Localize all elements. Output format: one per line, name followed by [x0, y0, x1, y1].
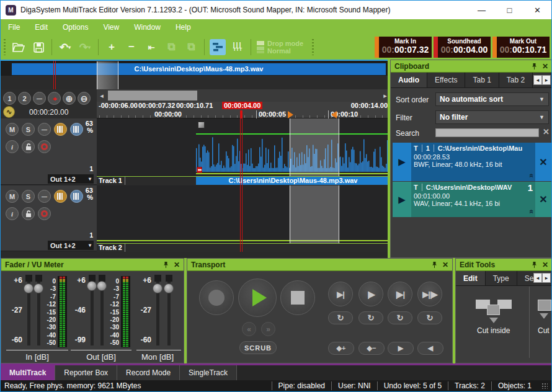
track1-clip-marker[interactable] — [197, 167, 202, 173]
track2-lane[interactable] — [97, 185, 390, 243]
track2-envelope-mode-icon[interactable] — [70, 190, 83, 203]
close-panel-icon[interactable]: ✕ — [442, 261, 448, 269]
play-from-soundhead-button[interactable]: |▶ — [358, 282, 383, 306]
entry-remove-icon[interactable]: ✕ — [535, 143, 551, 181]
menu-window[interactable]: Window — [134, 23, 161, 32]
track1-output-select[interactable]: Out 1+2▾ — [48, 174, 94, 184]
tabs-scroll-left-icon[interactable]: ◂ — [533, 273, 542, 283]
play-around-button[interactable]: ▶||▶ — [417, 282, 442, 306]
tab-audio[interactable]: Audio — [391, 73, 427, 87]
track1-info-button[interactable]: i — [6, 140, 19, 153]
tab-2[interactable]: Tab 2 — [499, 73, 533, 87]
play-button[interactable] — [238, 278, 277, 317]
tabs-scroll-left-icon[interactable]: ◂ — [533, 75, 542, 85]
tab-singletrack[interactable]: SingleTrack — [180, 365, 237, 380]
arrange-tracks-icon[interactable] — [210, 39, 226, 55]
track2-mute-button[interactable]: M — [6, 190, 19, 203]
track1-mute-button[interactable]: M — [6, 123, 19, 136]
track2-info-button[interactable]: i — [6, 207, 19, 220]
close-panel-icon[interactable]: ✕ — [174, 261, 180, 269]
scrollbar-thumb[interactable] — [108, 91, 197, 100]
zoom-preset-1-button[interactable]: 1 — [3, 92, 16, 105]
track1-waveform-mode-icon[interactable] — [54, 123, 67, 136]
track2-bottom-envelope[interactable] — [97, 240, 390, 241]
prev-marker-button[interactable]: ◀ — [417, 342, 443, 355]
remove-track-icon[interactable]: − — [123, 39, 140, 55]
pin-icon[interactable] — [163, 261, 169, 269]
close-button[interactable]: ✕ — [523, 1, 551, 19]
track1-lock-icon[interactable] — [22, 140, 35, 153]
menu-help[interactable]: Help — [176, 23, 191, 32]
forward-button[interactable]: » — [261, 322, 275, 336]
track1-fade-handle[interactable] — [198, 122, 205, 128]
play-selection-button[interactable]: |▶| — [388, 282, 412, 306]
playhead-cursor[interactable] — [240, 110, 243, 252]
toolbar-grip[interactable] — [4, 39, 6, 55]
track1-solo-button[interactable]: S — [22, 123, 35, 136]
overview-clip[interactable]: C:\Users\nin\Desktop\Maus-48.mp3.wav — [12, 63, 386, 75]
menu-view[interactable]: View — [103, 23, 119, 32]
in-fader-left-knob[interactable] — [24, 283, 33, 293]
tab-record-mode[interactable]: Record Mode — [117, 365, 180, 380]
tabs-scroll-right-icon[interactable]: ▸ — [542, 273, 551, 283]
tab-1[interactable]: Tab 1 — [465, 73, 499, 87]
track1-record-arm-button[interactable] — [38, 140, 51, 153]
entry-play-icon[interactable]: ▶ — [393, 182, 411, 217]
track1-minimize-button[interactable]: — — [38, 123, 51, 136]
clipboard-entry[interactable]: ▶ T1C:\Users\nin\Desktop\Mau 00:00:28.53… — [393, 143, 551, 181]
zoom-minus-button[interactable]: — — [33, 92, 46, 105]
zoom-in-button[interactable]: ⊕ — [63, 92, 76, 105]
play-to-soundhead-button[interactable]: ▶| — [328, 282, 353, 306]
menu-edit[interactable]: Edit — [35, 23, 48, 32]
collapse-icon[interactable]: « — [528, 174, 535, 178]
timeline-ruler[interactable]: 00:00:00 00:00:05 00:00:10 — [97, 110, 390, 118]
cut-outside-icon[interactable] — [538, 297, 552, 318]
add-marker-button[interactable]: ◆+ — [328, 342, 354, 355]
zoom-selection-button[interactable]: ◂▸ — [48, 92, 61, 105]
track2-name[interactable]: Track 2 — [99, 244, 125, 252]
record-button[interactable] — [199, 280, 234, 315]
track2-selection[interactable] — [290, 185, 339, 243]
open-file-icon[interactable] — [11, 39, 27, 55]
rewind-button[interactable]: « — [242, 322, 256, 336]
loop-1-button[interactable]: ↻ — [328, 311, 353, 324]
redo-icon[interactable]: ↷▾ — [77, 39, 93, 55]
tab-edit[interactable]: Edit — [456, 271, 486, 285]
track1-lane[interactable] — [97, 118, 390, 176]
overview-selection[interactable] — [97, 61, 118, 89]
clipboard-entry[interactable]: ▶ TC:\Users\nin\Desktop\WAV 1 00:01:00.0… — [393, 182, 551, 217]
timeline-scrollbar[interactable]: ◂ ▸ — [97, 89, 390, 102]
mark-out-flag-icon[interactable] — [331, 111, 337, 118]
search-input[interactable] — [435, 128, 539, 137]
filter-select[interactable]: No filter▼ — [435, 110, 549, 124]
save-icon[interactable] — [30, 39, 47, 55]
zoom-out-button[interactable]: ⊖ — [78, 92, 91, 105]
track1-selection[interactable] — [290, 118, 339, 176]
overview-playhead[interactable] — [53, 61, 56, 89]
search-clear-icon[interactable]: ✕ — [543, 127, 550, 136]
mon-fader-right-knob[interactable] — [164, 283, 174, 293]
add-track-icon[interactable]: + — [104, 39, 120, 55]
tab-reporter-box[interactable]: Reporter Box — [55, 365, 117, 380]
loop-3-button[interactable]: ↻ — [388, 311, 412, 324]
close-panel-icon[interactable]: ✕ — [542, 62, 548, 71]
scroll-left-icon[interactable]: ◂ — [97, 89, 107, 102]
cut-outside-label[interactable]: Cut o — [538, 326, 552, 335]
overview-strip[interactable]: C:\Users\nin\Desktop\Maus-48.mp3.wav — [1, 60, 390, 89]
group-right-icon[interactable]: ⧉ — [183, 39, 199, 55]
insert-object-icon[interactable]: ⇤ — [143, 39, 159, 55]
group-left-icon[interactable]: ⧉ — [163, 39, 179, 55]
out-fader-left-knob[interactable] — [87, 281, 97, 291]
cut-inside-icon[interactable] — [476, 297, 512, 318]
collapse-icon[interactable]: « — [528, 210, 535, 214]
pin-icon[interactable] — [432, 261, 437, 269]
track2-lock-icon[interactable] — [22, 207, 35, 220]
mark-in-flag-icon[interactable] — [288, 111, 293, 118]
waveform-mode-icon[interactable]: ∿ — [3, 106, 15, 118]
tab-type[interactable]: Type — [486, 271, 517, 285]
close-panel-icon[interactable]: ✕ — [542, 261, 548, 269]
track1-envelope-mode-icon[interactable] — [70, 123, 83, 136]
mon-fader-left-knob[interactable] — [153, 283, 162, 293]
toolbar-grip[interactable] — [312, 39, 314, 55]
track2-output-select[interactable]: Out 1+2▾ — [48, 241, 94, 250]
